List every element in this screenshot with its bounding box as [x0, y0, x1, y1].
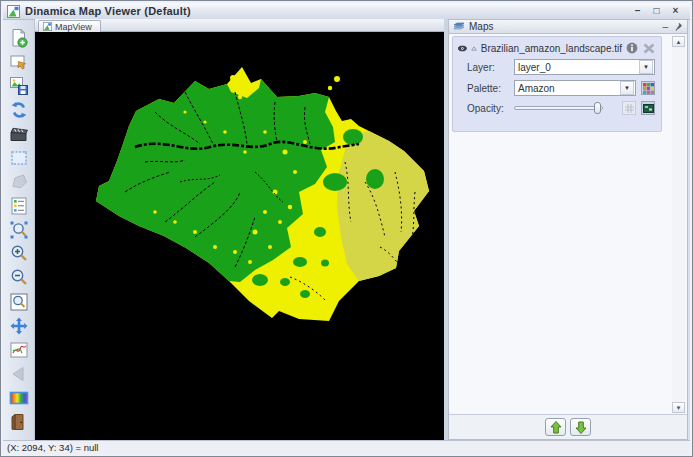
mapview-tab-label: MapView	[55, 22, 92, 32]
opacity-slider-groove	[514, 106, 603, 110]
pan-icon	[9, 316, 29, 336]
mapview-tab-icon	[43, 22, 52, 31]
move-layer-down-button[interactable]	[570, 418, 591, 436]
green-down-arrow-icon	[575, 421, 587, 434]
layer-visibility-eye-icon[interactable]	[458, 44, 467, 53]
save-map-image-icon	[9, 76, 29, 96]
zoom-out-button[interactable]	[6, 266, 32, 289]
add-map-icon	[9, 28, 29, 48]
draw-polygon-button[interactable]	[6, 170, 32, 193]
zoom-to-fit-button[interactable]	[6, 290, 32, 313]
layer-close-icon[interactable]	[643, 43, 655, 54]
layer-select[interactable]: layer_0 ▼	[514, 59, 655, 75]
collapse-triangle-icon[interactable]	[471, 45, 477, 52]
layer-dropdown-arrow-icon[interactable]: ▼	[639, 60, 653, 74]
add-map-button[interactable]	[6, 26, 32, 49]
legend-icon	[9, 196, 29, 216]
panel-pin-icon[interactable]	[674, 22, 683, 32]
status-bar: (X: 2094, Y: 34) = null	[3, 440, 690, 454]
layer-card: Brazilian_amazon_landscape.tif Layer: la…	[452, 36, 662, 132]
door-icon	[9, 412, 29, 432]
save-map-image-button[interactable]	[6, 74, 32, 97]
show-legend-button[interactable]	[6, 194, 32, 217]
maps-panel-header: Maps –	[449, 20, 687, 34]
map-thumbnail-icon	[643, 104, 654, 113]
profile-chart-icon	[9, 340, 29, 360]
scroll-up-arrow-icon[interactable]: ▲	[672, 36, 685, 47]
color-gradient-icon	[9, 388, 29, 408]
export-map-button[interactable]	[6, 50, 32, 73]
layer-label: Layer:	[467, 62, 509, 73]
refresh-map-button[interactable]	[6, 98, 32, 121]
export-map-icon	[9, 52, 29, 72]
amazon-raster-map	[35, 32, 444, 442]
clapperboard-icon	[9, 124, 29, 144]
edit-palette-button[interactable]	[641, 81, 655, 95]
palette-label: Palette:	[467, 83, 509, 94]
polygon-icon	[9, 172, 29, 192]
scroll-down-arrow-icon[interactable]: ▼	[672, 402, 685, 413]
palette-grid-icon	[643, 83, 654, 94]
zoom-selection-icon	[9, 220, 29, 240]
layer-select-value: layer_0	[515, 62, 638, 73]
layer-filename: Brazilian_amazon_landscape.tif	[481, 43, 622, 54]
layer-order-bar	[449, 414, 687, 439]
khaki-region	[337, 131, 429, 281]
zoom-out-icon	[9, 268, 29, 288]
window-title: Dinamica Map Viewer (Default)	[25, 5, 191, 17]
map-toolbar	[3, 20, 35, 440]
mapview-tabstrip: MapView	[35, 19, 444, 32]
zoom-to-selection-button[interactable]	[6, 218, 32, 241]
maps-panel-title: Maps	[469, 21, 493, 32]
map-profile-button[interactable]	[6, 338, 32, 361]
grid-icon	[625, 104, 634, 113]
thumbnail-button[interactable]	[641, 101, 655, 115]
opacity-label: Opacity:	[467, 103, 509, 114]
maps-stack-icon	[453, 21, 465, 32]
panel-scrollbar[interactable]: ▲ ▼	[672, 36, 685, 413]
histogram-button[interactable]	[622, 101, 636, 115]
panel-minimize-button[interactable]: –	[662, 22, 668, 32]
zoom-in-button[interactable]	[6, 242, 32, 265]
maps-panel: Maps – Brazilian_amazon_landscape.tif	[448, 19, 688, 440]
palette-select[interactable]: Amazon ▼	[514, 80, 636, 96]
title-bar: Dinamica Map Viewer (Default) – □ ×	[3, 3, 690, 20]
coordinate-readout: (X: 2094, Y: 34) = null	[7, 442, 98, 453]
move-layer-up-button[interactable]	[545, 418, 566, 436]
green-up-arrow-icon	[550, 421, 562, 434]
pan-button[interactable]	[6, 314, 32, 337]
tab-mapview[interactable]: MapView	[38, 20, 101, 32]
opacity-slider-thumb[interactable]	[594, 102, 601, 114]
layer-info-icon[interactable]	[626, 42, 638, 54]
palette-select-value: Amazon	[515, 83, 619, 94]
refresh-icon	[9, 100, 29, 120]
select-region-button[interactable]	[6, 146, 32, 169]
opacity-slider[interactable]	[514, 101, 617, 115]
animate-map-button[interactable]	[6, 122, 32, 145]
show-color-palette-button[interactable]	[6, 386, 32, 409]
palette-dropdown-arrow-icon[interactable]: ▼	[620, 81, 634, 95]
maximize-button[interactable]: □	[650, 5, 663, 17]
back-arrow-icon	[9, 364, 29, 384]
map-canvas[interactable]	[35, 32, 444, 442]
maps-panel-body	[452, 134, 669, 413]
app-logo-icon	[7, 5, 20, 18]
exit-viewer-button[interactable]	[6, 410, 32, 433]
zoom-fit-icon	[9, 292, 29, 312]
close-button[interactable]: ×	[669, 5, 682, 17]
previous-map-button[interactable]	[6, 362, 32, 385]
zoom-in-icon	[9, 244, 29, 264]
selection-rectangle-icon	[9, 148, 29, 168]
app-window: Dinamica Map Viewer (Default) – □ ×	[0, 0, 693, 457]
minimize-button[interactable]: –	[631, 5, 644, 17]
